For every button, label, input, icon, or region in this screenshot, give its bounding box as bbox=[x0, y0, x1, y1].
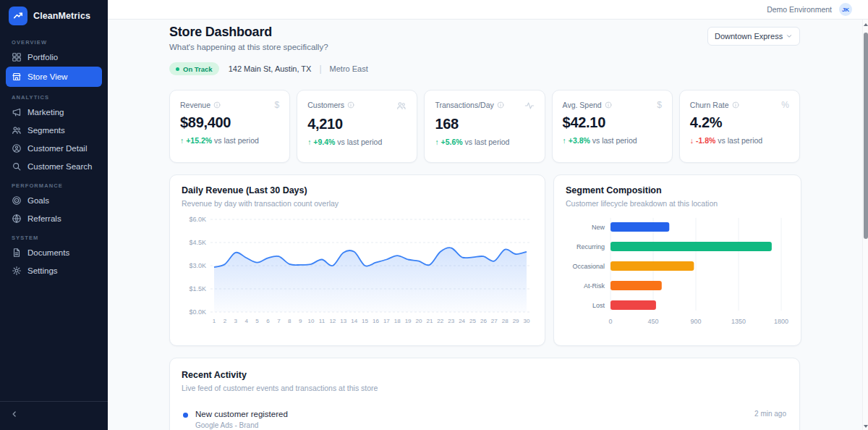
scroll-down-arrow-icon[interactable] bbox=[864, 425, 868, 428]
collapse-sidebar-button[interactable] bbox=[10, 410, 19, 418]
svg-text:450: 450 bbox=[647, 318, 658, 325]
activity-item: New customer registeredGoogle Ads - Bran… bbox=[182, 402, 788, 430]
info-icon[interactable] bbox=[347, 101, 354, 109]
megaphone-icon bbox=[12, 107, 22, 117]
sidebar-item-label: Customer Search bbox=[27, 162, 92, 171]
info-icon[interactable] bbox=[732, 101, 739, 109]
sidebar-item-referrals[interactable]: Referrals bbox=[6, 210, 102, 227]
target-icon bbox=[12, 195, 22, 206]
svg-text:1800: 1800 bbox=[774, 318, 788, 325]
nav-section-label: OVERVIEW bbox=[6, 33, 102, 49]
document-icon bbox=[12, 248, 22, 258]
revenue-line-chart[interactable]: $0.0K$1.5K$3.0K$4.5K$6.0K123456789101112… bbox=[182, 214, 533, 334]
kpi-value: $89,400 bbox=[180, 114, 279, 131]
svg-text:4: 4 bbox=[244, 318, 248, 324]
meta-separator: | bbox=[319, 64, 321, 74]
sidebar: CleanMetrics OVERVIEWPortfolioStore View… bbox=[0, 0, 108, 430]
sidebar-item-store-view[interactable]: Store View bbox=[6, 67, 102, 87]
svg-text:29: 29 bbox=[513, 318, 519, 324]
sidebar-item-label: Store View bbox=[27, 72, 67, 81]
svg-text:13: 13 bbox=[340, 318, 346, 324]
main-area: Demo Environment JK Store Dashboard What… bbox=[108, 0, 868, 430]
app-name: CleanMetrics bbox=[33, 11, 90, 21]
sidebar-item-settings[interactable]: Settings bbox=[6, 262, 102, 279]
sidebar-item-segments[interactable]: Segments bbox=[6, 122, 102, 139]
svg-text:27: 27 bbox=[491, 318, 498, 324]
users-icon bbox=[396, 101, 407, 111]
svg-text:9: 9 bbox=[299, 318, 302, 324]
svg-text:1350: 1350 bbox=[731, 318, 746, 325]
revenue-chart-title: Daily Revenue (Last 30 Days) bbox=[182, 185, 533, 195]
activity-list: New customer registeredGoogle Ads - Bran… bbox=[182, 402, 788, 430]
search-icon bbox=[12, 161, 22, 172]
sidebar-item-customer-search[interactable]: Customer Search bbox=[6, 158, 102, 175]
revenue-chart-subtitle: Revenue by day with transaction count ov… bbox=[182, 199, 533, 208]
kpi-label: Churn Rate bbox=[690, 101, 739, 109]
kpi-label: Transactions/Day bbox=[435, 101, 503, 109]
svg-text:$4.5K: $4.5K bbox=[189, 239, 206, 246]
kpi-value: 4.2% bbox=[690, 114, 789, 131]
sidebar-item-goals[interactable]: Goals bbox=[6, 192, 102, 209]
grid-icon bbox=[12, 52, 22, 62]
svg-text:12: 12 bbox=[329, 318, 336, 324]
sidebar-item-portfolio[interactable]: Portfolio bbox=[6, 49, 102, 66]
store-selector[interactable]: Downtown Express bbox=[707, 27, 800, 46]
svg-text:Occasional: Occasional bbox=[572, 263, 605, 270]
sidebar-item-customer-detail[interactable]: Customer Detail bbox=[6, 140, 102, 157]
trend-down-icon: ↓ -1.8% bbox=[690, 136, 716, 145]
sidebar-item-label: Customer Detail bbox=[27, 144, 87, 153]
svg-text:17: 17 bbox=[383, 318, 390, 324]
activity-detail: Google Ads - Brand bbox=[195, 421, 288, 429]
activity-icon bbox=[524, 101, 535, 111]
scrollbar[interactable] bbox=[862, 20, 868, 430]
sidebar-item-label: Referrals bbox=[27, 214, 61, 223]
status-badge-label: On Track bbox=[183, 65, 213, 73]
store-icon bbox=[12, 72, 22, 82]
kpi-card-avg-spend: Avg. Spend$$42.10↑ +3.8% vs last period bbox=[552, 90, 673, 163]
store-region: Metro East bbox=[330, 64, 368, 73]
store-address: 142 Main St, Austin, TX bbox=[229, 64, 312, 73]
revenue-chart-card: Daily Revenue (Last 30 Days) Revenue by … bbox=[169, 174, 545, 346]
svg-text:18: 18 bbox=[394, 318, 401, 324]
sidebar-item-marketing[interactable]: Marketing bbox=[6, 104, 102, 121]
scroll-up-arrow-icon[interactable] bbox=[864, 23, 868, 26]
svg-text:16: 16 bbox=[373, 318, 379, 324]
svg-text:$0.0K: $0.0K bbox=[189, 308, 206, 316]
info-icon[interactable] bbox=[605, 101, 612, 109]
gear-icon bbox=[12, 266, 22, 276]
avatar[interactable]: JK bbox=[839, 3, 852, 16]
kpi-change: ↓ -1.8% vs last period bbox=[690, 136, 789, 145]
segment-chart-subtitle: Customer lifecycle breakdown at this loc… bbox=[566, 199, 789, 208]
environment-label: Demo Environment bbox=[767, 5, 832, 14]
trend-up-icon: ↑ +5.6% bbox=[435, 138, 462, 146]
info-icon[interactable] bbox=[497, 101, 504, 109]
svg-text:$3.0K: $3.0K bbox=[189, 262, 206, 269]
kpi-card-transactions-day: Transactions/Day168↑ +5.6% vs last perio… bbox=[424, 90, 545, 163]
svg-text:New: New bbox=[592, 224, 605, 231]
svg-text:22: 22 bbox=[437, 318, 443, 324]
svg-text:25: 25 bbox=[469, 318, 476, 324]
svg-text:$6.0K: $6.0K bbox=[189, 216, 206, 223]
kpi-value: 4,210 bbox=[307, 116, 407, 132]
topbar: Demo Environment JK bbox=[108, 0, 868, 20]
scrollbar-thumb[interactable] bbox=[864, 33, 868, 239]
trend-up-icon: ↑ +15.2% bbox=[180, 136, 212, 145]
sidebar-item-label: Segments bbox=[27, 126, 65, 135]
kpi-value: $42.10 bbox=[563, 114, 662, 131]
segment-bar-chart[interactable]: 045090013501800NewRecurringOccasionalAt-… bbox=[566, 214, 789, 334]
kpi-change-suffix: vs last period bbox=[212, 136, 259, 145]
info-icon[interactable] bbox=[213, 101, 221, 109]
percent-icon: % bbox=[781, 101, 789, 109]
chevron-down-icon bbox=[786, 33, 793, 40]
svg-text:21: 21 bbox=[426, 318, 433, 324]
sidebar-footer bbox=[0, 401, 108, 430]
svg-text:0: 0 bbox=[608, 318, 612, 325]
svg-text:15: 15 bbox=[362, 318, 368, 324]
kpi-change: ↑ +5.6% vs last period bbox=[435, 138, 534, 146]
sidebar-item-documents[interactable]: Documents bbox=[6, 244, 102, 261]
kpi-change-suffix: vs last period bbox=[463, 138, 510, 146]
svg-text:26: 26 bbox=[480, 318, 487, 324]
svg-text:8: 8 bbox=[288, 318, 292, 324]
svg-text:11: 11 bbox=[319, 318, 326, 324]
svg-text:3: 3 bbox=[234, 318, 238, 324]
